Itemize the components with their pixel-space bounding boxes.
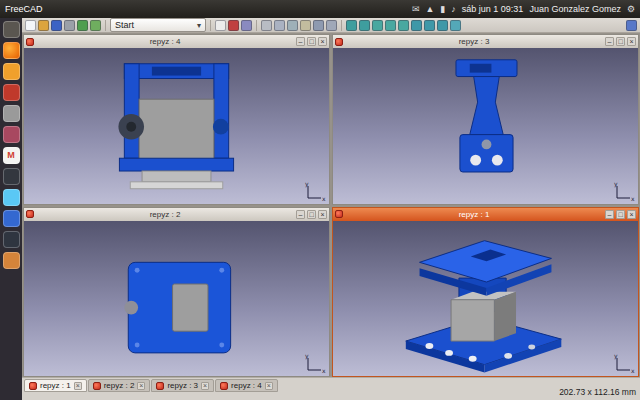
tab-repyz-2[interactable]: repyz : 2 ×	[88, 379, 151, 392]
front-view-icon[interactable]	[372, 20, 383, 31]
maximize-button[interactable]: □	[616, 210, 625, 219]
messages-icon[interactable]: ✉	[412, 0, 420, 18]
3d-viewport-front[interactable]: x y	[24, 48, 329, 204]
clock[interactable]: sáb jun 1 09:31	[462, 4, 524, 14]
terminal-icon[interactable]	[3, 231, 20, 248]
open-document-icon[interactable]	[38, 20, 49, 31]
network-icon[interactable]: ▲	[425, 0, 434, 18]
sound-icon[interactable]: ♪	[451, 0, 456, 18]
macro-record-icon[interactable]	[228, 20, 239, 31]
svg-text:x: x	[322, 367, 326, 374]
maximize-button[interactable]: □	[307, 210, 316, 219]
close-button[interactable]: ×	[318, 210, 327, 219]
right-view-icon[interactable]	[398, 20, 409, 31]
tab-repyz-1[interactable]: repyz : 1 ×	[24, 379, 87, 392]
undo-icon[interactable]	[77, 20, 88, 31]
tabs: repyz : 1 × repyz : 2 × repyz : 3 × repy…	[24, 379, 278, 392]
mdi-window-repyz-2: repyz : 2 – □ ×	[23, 207, 330, 378]
freecad-document-icon	[26, 210, 34, 218]
window-titlebar[interactable]: repyz : 4 – □ ×	[24, 35, 329, 48]
firefox-icon[interactable]	[3, 42, 20, 59]
redo-icon[interactable]	[90, 20, 101, 31]
tab-label: repyz : 3	[167, 381, 198, 390]
tab-close-icon[interactable]: ×	[265, 382, 273, 390]
clipping-plane-icon[interactable]	[274, 20, 285, 31]
bottom-view-icon[interactable]	[424, 20, 435, 31]
ubuntu-one-icon[interactable]	[3, 63, 20, 80]
tab-close-icon[interactable]: ×	[201, 382, 209, 390]
macro-edit-icon[interactable]	[241, 20, 252, 31]
tab-label: repyz : 1	[40, 381, 71, 390]
unity-launcher: M	[0, 18, 22, 400]
tab-close-icon[interactable]: ×	[74, 382, 82, 390]
dimetric-view-icon[interactable]	[450, 20, 461, 31]
session-gear-icon[interactable]: ⚙	[627, 0, 635, 18]
mdi-window-repyz-4: repyz : 4 – □ ×	[23, 34, 330, 205]
maximize-button[interactable]: □	[307, 37, 316, 46]
window-title: repyz : 4	[36, 37, 294, 46]
draw-style-icon[interactable]	[261, 20, 272, 31]
whats-this-icon[interactable]	[626, 20, 637, 31]
left-view-icon[interactable]	[437, 20, 448, 31]
tab-label: repyz : 4	[231, 381, 262, 390]
top-view-icon[interactable]	[385, 20, 396, 31]
window-titlebar[interactable]: repyz : 3 – □ ×	[333, 35, 638, 48]
minimize-button[interactable]: –	[605, 210, 614, 219]
tab-repyz-4[interactable]: repyz : 4 ×	[215, 379, 278, 392]
mdi-area: repyz : 4 – □ ×	[22, 33, 640, 378]
window-titlebar[interactable]: repyz : 2 – □ ×	[24, 208, 329, 221]
toolbar-separator	[105, 20, 106, 31]
twitter-icon[interactable]	[3, 189, 20, 206]
close-button[interactable]: ×	[318, 37, 327, 46]
window-titlebar[interactable]: repyz : 1 – □ ×	[333, 208, 638, 221]
rear-view-icon[interactable]	[411, 20, 422, 31]
texture-icon[interactable]	[287, 20, 298, 31]
software-center-icon[interactable]	[3, 84, 20, 101]
model-face-view	[24, 221, 329, 377]
tab-repyz-3[interactable]: repyz : 3 ×	[151, 379, 214, 392]
new-document-icon[interactable]	[25, 20, 36, 31]
freecad-document-icon	[93, 382, 101, 390]
model-front-view	[24, 48, 329, 204]
select-pointer-icon[interactable]	[215, 20, 226, 31]
workbench-selector[interactable]: Start ▾	[110, 18, 206, 32]
close-button[interactable]: ×	[627, 37, 636, 46]
status-dimensions: 202.73 x 112.16 mm	[559, 387, 636, 397]
save-document-icon[interactable]	[51, 20, 62, 31]
window-title: repyz : 3	[345, 37, 603, 46]
minimize-button[interactable]: –	[296, 210, 305, 219]
amazon-icon[interactable]	[3, 252, 20, 269]
camera-icon[interactable]	[313, 20, 324, 31]
minimize-button[interactable]: –	[605, 37, 614, 46]
close-button[interactable]: ×	[627, 210, 636, 219]
settings-icon[interactable]	[3, 105, 20, 122]
files-icon[interactable]	[3, 21, 20, 38]
3d-viewport-isometric[interactable]: x y	[333, 221, 638, 377]
model-isometric-view	[333, 221, 638, 377]
axonometric-view-icon[interactable]	[359, 20, 370, 31]
toolbar-separator	[210, 20, 211, 31]
dependency-graph-icon[interactable]	[326, 20, 337, 31]
freecad-icon[interactable]	[3, 210, 20, 227]
maximize-button[interactable]: □	[616, 37, 625, 46]
fit-all-icon[interactable]	[346, 20, 357, 31]
3d-viewport-face[interactable]: x y	[24, 221, 329, 377]
svg-text:x: x	[631, 367, 635, 374]
3d-viewport-side[interactable]: x y	[333, 48, 638, 204]
model-side-view	[333, 48, 638, 204]
gmail-icon[interactable]: M	[3, 147, 20, 164]
tab-close-icon[interactable]: ×	[137, 382, 145, 390]
window-title: repyz : 1	[345, 210, 603, 219]
media-player-icon[interactable]	[3, 126, 20, 143]
battery-icon[interactable]: ▮	[440, 0, 445, 18]
scene-lights-icon[interactable]	[300, 20, 311, 31]
session-user-name[interactable]: Juan Gonzalez Gomez	[529, 4, 621, 14]
print-document-icon[interactable]	[64, 20, 75, 31]
photos-icon[interactable]	[3, 168, 20, 185]
axes-indicator: x y	[613, 182, 635, 202]
chevron-down-icon: ▾	[197, 21, 201, 30]
gmail-letter: M	[7, 151, 15, 160]
freecad-document-icon	[29, 382, 37, 390]
freecad-document-icon	[335, 210, 343, 218]
minimize-button[interactable]: –	[296, 37, 305, 46]
